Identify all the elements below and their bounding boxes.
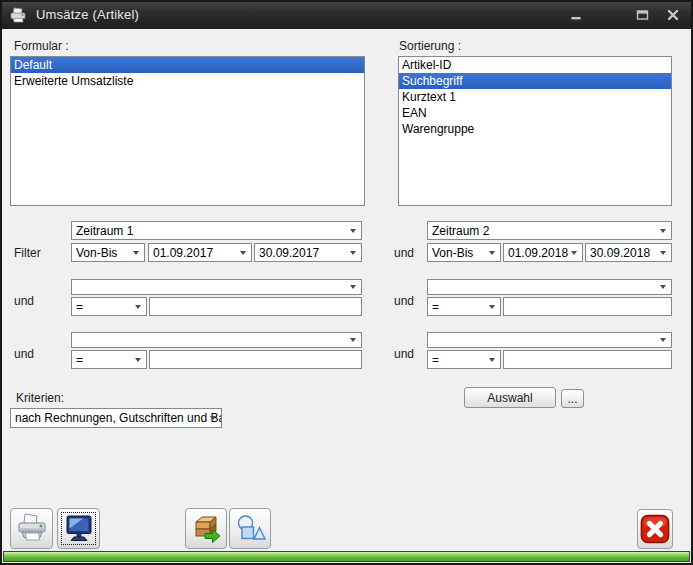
print-button[interactable] bbox=[10, 508, 53, 549]
minimize-button[interactable] bbox=[566, 6, 586, 24]
operator1-right-combo[interactable]: = bbox=[427, 297, 501, 316]
date-from-right-combo[interactable]: 01.09.2018 bbox=[503, 243, 583, 262]
printer-icon bbox=[16, 513, 48, 545]
chevron-down-icon bbox=[489, 305, 495, 309]
shapes-icon bbox=[234, 513, 266, 545]
chevron-down-icon bbox=[133, 251, 139, 255]
chevron-down-icon bbox=[240, 251, 246, 255]
chevron-down-icon bbox=[489, 251, 495, 255]
filter-value1-right-input[interactable] bbox=[503, 297, 672, 316]
umsaetze-dialog: Umsätze (Artikel) Formular : Default Erw… bbox=[0, 0, 693, 565]
date-to-left-combo[interactable]: 30.09.2017 bbox=[254, 243, 362, 262]
chevron-down-icon bbox=[660, 338, 666, 342]
export-button[interactable] bbox=[185, 508, 227, 549]
range-mode-left-value: Von-Bis bbox=[76, 246, 117, 260]
monitor-icon bbox=[63, 513, 95, 545]
period2-combo[interactable]: Zeitraum 2 bbox=[427, 221, 672, 240]
chevron-down-icon bbox=[350, 338, 356, 342]
sortierung-label: Sortierung : bbox=[399, 39, 461, 53]
und-label: und bbox=[394, 294, 414, 308]
maximize-icon bbox=[636, 9, 649, 21]
filter-field2-left-combo[interactable] bbox=[71, 332, 362, 348]
export-box-icon bbox=[190, 513, 222, 545]
filter-value1-left-input[interactable] bbox=[149, 297, 362, 316]
filter-field1-right-combo[interactable] bbox=[427, 279, 672, 295]
list-item-warengruppe[interactable]: Warengruppe bbox=[399, 121, 671, 137]
date-from-left-value: 01.09.2017 bbox=[153, 246, 213, 260]
und-label: und bbox=[394, 246, 414, 260]
period1-combo[interactable]: Zeitraum 1 bbox=[71, 221, 362, 240]
und-label: und bbox=[394, 347, 414, 361]
date-to-right-combo[interactable]: 30.09.2018 bbox=[585, 243, 672, 262]
list-item-artikel-id[interactable]: Artikel-ID bbox=[399, 57, 671, 73]
close-button[interactable] bbox=[663, 6, 683, 24]
filter-field1-left-combo[interactable] bbox=[71, 279, 362, 295]
auswahl-button[interactable]: Auswahl bbox=[464, 387, 556, 408]
date-to-left-value: 30.09.2017 bbox=[259, 246, 319, 260]
operator2-left-value: = bbox=[76, 353, 83, 367]
cancel-button[interactable] bbox=[637, 509, 673, 549]
close-x-icon bbox=[640, 514, 670, 544]
range-mode-left-combo[interactable]: Von-Bis bbox=[71, 243, 145, 262]
chevron-down-icon bbox=[350, 251, 356, 255]
window-title: Umsätze (Artikel) bbox=[36, 7, 139, 22]
date-from-right-value: 01.09.2018 bbox=[508, 246, 568, 260]
und-label: und bbox=[14, 347, 34, 361]
minimize-icon bbox=[570, 9, 582, 21]
filter-value2-left-input[interactable] bbox=[149, 350, 362, 369]
list-item-ean[interactable]: EAN bbox=[399, 105, 671, 121]
progress-bar bbox=[3, 551, 690, 562]
range-mode-right-value: Von-Bis bbox=[432, 246, 473, 260]
filter-label: Filter bbox=[14, 246, 41, 260]
period1-value: Zeitraum 1 bbox=[76, 224, 133, 238]
chevron-down-icon bbox=[660, 285, 666, 289]
chevron-down-icon bbox=[350, 285, 356, 289]
printer-icon bbox=[9, 7, 27, 23]
formular-label: Formular : bbox=[14, 39, 69, 53]
list-item-kurztext-1[interactable]: Kurztext 1 bbox=[399, 89, 671, 105]
operator2-left-combo[interactable]: = bbox=[71, 350, 147, 369]
chevron-down-icon bbox=[135, 358, 141, 362]
layout-objects-button[interactable] bbox=[229, 508, 271, 549]
und-label: und bbox=[14, 294, 34, 308]
operator2-right-value: = bbox=[432, 353, 439, 367]
kriterien-combo[interactable]: nach Rechnungen, Gutschriften und Bar bbox=[10, 408, 222, 428]
sortierung-listbox[interactable]: Artikel-ID Suchbegriff Kurztext 1 EAN Wa… bbox=[398, 56, 672, 206]
list-item-erweiterte-umsatzliste[interactable]: Erweiterte Umsatzliste bbox=[11, 73, 364, 89]
operator1-left-combo[interactable]: = bbox=[71, 297, 147, 316]
formular-listbox[interactable]: Default Erweiterte Umsatzliste bbox=[10, 56, 365, 206]
range-mode-right-combo[interactable]: Von-Bis bbox=[427, 243, 501, 262]
kriterien-label: Kriterien: bbox=[16, 391, 64, 405]
filter-field2-right-combo[interactable] bbox=[427, 332, 672, 348]
chevron-down-icon bbox=[350, 229, 356, 233]
operator2-right-combo[interactable]: = bbox=[427, 350, 501, 369]
chevron-down-icon bbox=[489, 358, 495, 362]
date-from-left-combo[interactable]: 01.09.2017 bbox=[148, 243, 252, 262]
operator1-left-value: = bbox=[76, 300, 83, 314]
filter-value2-right-input[interactable] bbox=[503, 350, 672, 369]
date-to-right-value: 30.09.2018 bbox=[590, 246, 650, 260]
close-icon bbox=[667, 9, 679, 21]
kriterien-value: nach Rechnungen, Gutschriften und Bar bbox=[15, 411, 222, 425]
operator1-right-value: = bbox=[432, 300, 439, 314]
preview-button[interactable] bbox=[57, 508, 100, 549]
chevron-down-icon bbox=[135, 305, 141, 309]
chevron-down-icon bbox=[660, 251, 666, 255]
maximize-button[interactable] bbox=[632, 6, 652, 24]
period2-value: Zeitraum 2 bbox=[432, 224, 489, 238]
titlebar[interactable]: Umsätze (Artikel) bbox=[0, 0, 693, 29]
more-button[interactable]: ... bbox=[561, 389, 584, 408]
list-item-default[interactable]: Default bbox=[11, 57, 364, 73]
chevron-down-icon bbox=[571, 251, 577, 255]
chevron-down-icon bbox=[210, 416, 216, 420]
chevron-down-icon bbox=[660, 229, 666, 233]
list-item-suchbegriff[interactable]: Suchbegriff bbox=[399, 73, 671, 89]
